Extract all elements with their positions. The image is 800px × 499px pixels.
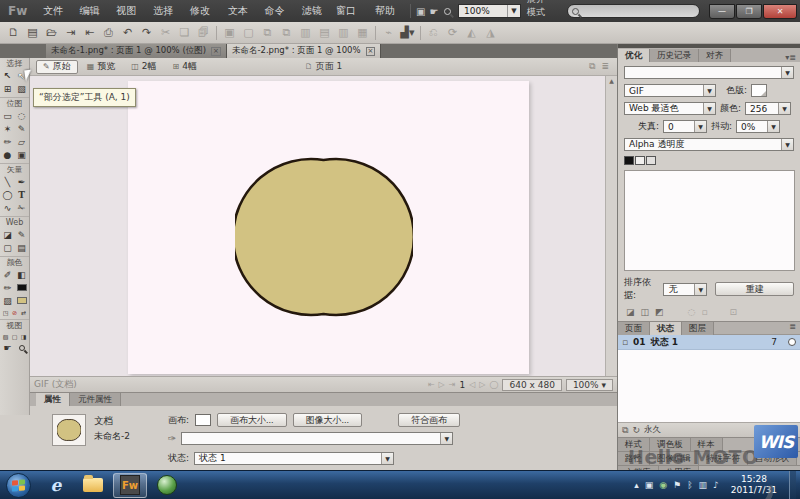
stop-icon[interactable]: ◯ — [490, 380, 499, 389]
close-tab-icon[interactable]: × — [366, 47, 376, 56]
color-table[interactable] — [624, 170, 795, 271]
previous-state-icon[interactable]: ◁ — [469, 380, 475, 389]
fill-color-icon[interactable]: ▨ — [1, 294, 15, 307]
redo-icon[interactable]: ↷ — [137, 24, 156, 41]
crop-tool-icon[interactable]: ▧ — [15, 82, 29, 95]
image-size-button[interactable]: 图像大小... — [293, 413, 363, 427]
colors-select[interactable]: 256▼ — [745, 102, 791, 115]
tab-states[interactable]: 状态 — [650, 322, 682, 335]
play-icon[interactable]: ▷ — [439, 380, 445, 389]
close-tab-icon[interactable]: × — [211, 47, 221, 56]
loop-icon[interactable]: ↻ — [632, 425, 640, 435]
edit-swatch-icon[interactable]: ◪ — [626, 307, 635, 317]
loss-select[interactable]: 0▼ — [663, 120, 707, 133]
transparency-swatch-1[interactable] — [635, 156, 645, 165]
align-left-icon[interactable]: ▥ — [296, 24, 315, 41]
menu-file[interactable]: 文件(F) — [36, 0, 72, 22]
save-icon[interactable]: ▤ — [23, 24, 42, 41]
show-desktop-button[interactable] — [789, 471, 796, 499]
eraser-tool-icon[interactable]: ▱ — [15, 135, 29, 148]
bring-front-icon[interactable]: ⧉ — [258, 24, 277, 41]
align-right-icon[interactable]: ▥ — [334, 24, 353, 41]
add-swatch-icon[interactable]: ▫ — [701, 307, 707, 317]
blur-tool-icon[interactable]: ● — [1, 148, 15, 161]
minimize-button[interactable]: — — [709, 4, 735, 19]
ungroup-icon[interactable]: ▢ — [239, 24, 258, 41]
state-radio-icon[interactable] — [788, 338, 796, 346]
free-transform-icon[interactable]: ⌁ — [379, 24, 398, 41]
hand-icon[interactable]: ☛ — [427, 3, 440, 19]
slice-tool-icon[interactable]: ✎ — [15, 228, 29, 241]
snap-swatch-icon[interactable]: ◩ — [655, 307, 664, 317]
stroke-color-swatch[interactable] — [15, 281, 29, 294]
volume-icon[interactable]: ♪ — [713, 480, 719, 490]
scroll-up-icon[interactable]: ▲ — [606, 76, 617, 86]
zoom-tool-icon[interactable] — [441, 3, 454, 19]
canvas-area[interactable]: ▲ — [30, 76, 617, 376]
shape-tool-icon[interactable]: ◯ — [1, 188, 15, 201]
close-button[interactable]: ✕ — [763, 4, 797, 19]
text-tool-icon[interactable]: T — [15, 188, 29, 201]
export-format-select[interactable]: GIF▼ — [624, 84, 716, 97]
transparency-swatch-black[interactable] — [624, 156, 634, 165]
matte-color-swatch[interactable] — [751, 84, 767, 97]
show-slices-icon[interactable]: ▤ — [15, 241, 29, 254]
distribute-icon[interactable]: ▦ — [353, 24, 372, 41]
menu-window[interactable]: 窗口(W) — [329, 0, 368, 22]
pointer-tool-icon[interactable]: ↖ — [1, 69, 15, 82]
transparency-swatch-2[interactable] — [646, 156, 656, 165]
pen-tool-icon[interactable]: ✒ — [15, 175, 29, 188]
page-options-icon[interactable]: ⧉ — [589, 61, 595, 72]
hidden-icons-chevron[interactable]: ▴ — [634, 480, 639, 490]
tab-symbol-properties[interactable]: 元件属性 — [70, 393, 121, 406]
search-input[interactable] — [579, 6, 699, 16]
menu-view[interactable]: 视图(V) — [109, 0, 146, 22]
tab-pages[interactable]: 页面 — [618, 322, 650, 335]
taskbar-ie-button[interactable]: e — [39, 473, 73, 498]
import-icon[interactable]: ⇥ — [61, 24, 80, 41]
brush-tool-icon[interactable]: ✎ — [15, 122, 29, 135]
magnify-tool-icon[interactable] — [15, 341, 29, 354]
tab-optimize[interactable]: 优化 — [618, 49, 650, 62]
rotate-ccw-icon[interactable]: ⎌ — [424, 24, 443, 41]
scale-tool-icon[interactable]: ⊞ — [1, 82, 15, 95]
default-export-select[interactable]: ▼ — [181, 432, 453, 445]
send-back-icon[interactable]: ⧉ — [277, 24, 296, 41]
marquee-tool-icon[interactable]: ▭ — [1, 109, 15, 122]
vertical-scrollbar[interactable]: ▲ — [605, 76, 617, 376]
transparency-select[interactable]: Alpha 透明度▼ — [624, 138, 794, 151]
zoom-level-combo[interactable]: 100% ▼ — [458, 4, 521, 18]
document-canvas[interactable] — [128, 81, 529, 374]
full-screen-menu-icon[interactable]: ▢ — [10, 331, 19, 341]
doc-tab-untitled-1[interactable]: 未命名-1.png* : 页面 1 @ 100% (位图) × — [46, 44, 227, 58]
action-center-flag-icon[interactable]: ⚑ — [673, 480, 681, 490]
panel-menu-icon[interactable]: ▾≣ — [785, 53, 800, 62]
sort-by-select[interactable]: 无▼ — [663, 283, 707, 296]
tray-app-icon[interactable]: ▣ — [645, 480, 654, 490]
freeform-tool-icon[interactable]: ∿ — [1, 201, 15, 214]
panel-menu-icon[interactable]: ≣ — [789, 322, 800, 334]
fill-color-swatch[interactable] — [15, 294, 29, 307]
undo-icon[interactable]: ↶ — [118, 24, 137, 41]
taskbar-explorer-button[interactable] — [76, 473, 110, 498]
taskbar-green-app-button[interactable] — [150, 473, 184, 498]
delete-swatch-icon[interactable]: ⊡ — [730, 307, 738, 317]
nvidia-tray-icon[interactable]: ◉ — [659, 480, 667, 490]
dither-select[interactable]: 0%▼ — [736, 120, 780, 133]
new-document-icon[interactable]: 🗋 — [4, 24, 23, 41]
flip-vertical-icon[interactable]: ◮ — [481, 24, 500, 41]
search-box[interactable] — [567, 4, 700, 18]
restore-button[interactable]: ❐ — [736, 4, 762, 19]
standard-screen-icon[interactable]: ▧ — [1, 331, 10, 341]
export-icon[interactable]: ⇤ — [80, 24, 99, 41]
next-state-icon[interactable]: ▷ — [479, 380, 485, 389]
rebuild-button[interactable]: 重建 — [715, 282, 794, 296]
numeric-transform-icon[interactable]: ▟▾ — [398, 24, 417, 41]
no-color-icon[interactable]: ⊘ — [10, 307, 19, 317]
last-state-icon[interactable]: ⇥ — [449, 380, 456, 389]
screen-mode-icon[interactable]: ▣ — [414, 3, 427, 19]
pencil-tool-icon[interactable]: ✏ — [1, 135, 15, 148]
saved-settings-select[interactable]: ▼ — [624, 66, 794, 79]
state-delay[interactable]: 7 — [771, 337, 783, 347]
hide-slices-icon[interactable]: ▢ — [1, 241, 15, 254]
